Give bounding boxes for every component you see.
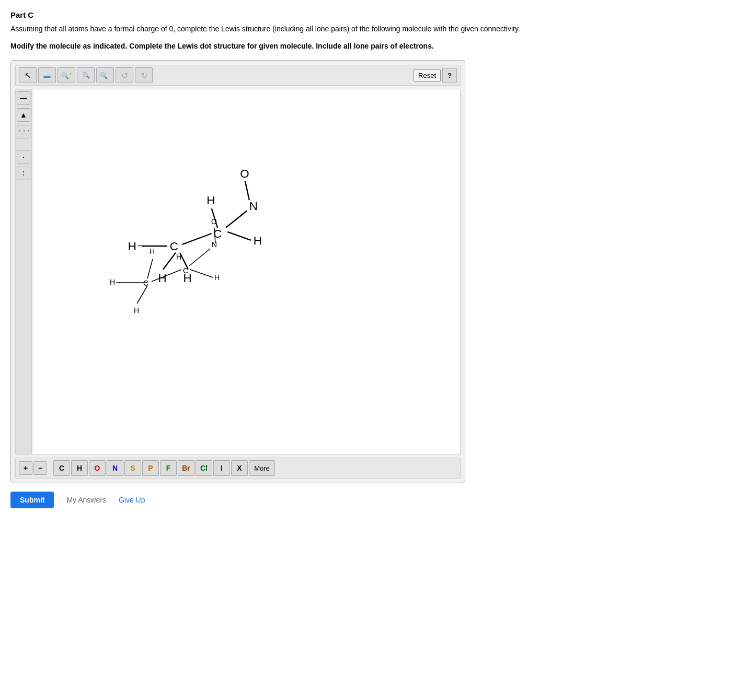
element-Br-btn[interactable]: Br	[178, 460, 194, 476]
element-S-btn[interactable]: S	[124, 460, 141, 476]
editor-container: ↖ ▬ 🔍+ 🔍 🔍− ↺ ↻ Reset ? —	[10, 60, 465, 483]
svg-text:N: N	[249, 200, 258, 213]
part-label: Part C	[10, 10, 725, 19]
lone-pair-double-tool[interactable]: ∶	[17, 167, 30, 180]
left-sidebar: — ▲ ⋮⋮⋮ · ∶	[15, 89, 32, 454]
submit-button[interactable]: Submit	[10, 492, 54, 508]
lone-pair-double-icon: ∶	[22, 169, 25, 178]
zoom-in-btn[interactable]: 🔍+	[58, 67, 75, 83]
zoom-out-icon: 🔍−	[100, 72, 110, 79]
zoom-fit-btn[interactable]: 🔍	[77, 67, 95, 83]
element-H-btn[interactable]: H	[71, 460, 88, 476]
element-Cl-btn[interactable]: Cl	[196, 460, 212, 476]
element-I-btn[interactable]: I	[213, 460, 230, 476]
drawing-canvas[interactable]: H – C H C H H	[32, 89, 461, 454]
svg-text:O: O	[240, 167, 249, 180]
undo-icon: ↺	[121, 71, 128, 80]
undo-btn[interactable]: ↺	[116, 67, 133, 83]
more-btn[interactable]: More	[249, 460, 275, 476]
eraser-icon: ▬	[44, 72, 51, 79]
svg-line-31	[226, 211, 247, 228]
svg-line-29	[227, 232, 251, 240]
cursor-icon: ↖	[25, 71, 31, 80]
svg-text:C: C	[213, 227, 222, 240]
element-C-btn[interactable]: C	[53, 460, 70, 476]
single-bond-tool[interactable]: —	[17, 91, 30, 105]
svg-text:H: H	[183, 272, 191, 285]
zoom-fit-icon: 🔍	[82, 72, 90, 79]
wedge-bond-icon: ▲	[20, 111, 27, 119]
description: Assuming that all atoms have a formal ch…	[10, 24, 725, 34]
svg-line-33	[245, 181, 249, 200]
single-bond-icon: —	[20, 94, 27, 102]
element-X-btn[interactable]: X	[231, 460, 248, 476]
dashed-bond-icon: ⋮⋮⋮	[17, 129, 31, 135]
give-up-link[interactable]: Give Up	[119, 496, 145, 504]
element-F-btn[interactable]: F	[160, 460, 177, 476]
redo-btn[interactable]: ↻	[135, 67, 153, 83]
my-answers-label: My Answers	[66, 496, 106, 504]
bold-instruction: Modify the molecule as indicated. Comple…	[10, 41, 725, 52]
editor-main: — ▲ ⋮⋮⋮ · ∶	[15, 89, 461, 454]
element-N-btn[interactable]: N	[107, 460, 123, 476]
lone-pair-single-tool[interactable]: ·	[17, 150, 30, 164]
svg-line-20	[163, 253, 176, 270]
reset-button[interactable]: Reset	[414, 69, 441, 81]
svg-line-27	[212, 208, 217, 228]
zoom-out-btn[interactable]: 🔍−	[96, 67, 114, 83]
svg-text:H: H	[254, 234, 262, 247]
svg-text:C: C	[170, 240, 178, 253]
dashed-bond-tool[interactable]: ⋮⋮⋮	[17, 125, 30, 138]
wedge-bond-tool[interactable]: ▲	[17, 108, 30, 122]
eraser-tool-btn[interactable]: ▬	[38, 67, 56, 83]
submit-area: Submit My Answers Give Up	[10, 492, 725, 508]
lone-pair-single-icon: ·	[22, 151, 25, 162]
top-toolbar: ↖ ▬ 🔍+ 🔍 🔍− ↺ ↻ Reset ?	[15, 65, 461, 86]
element-P-btn[interactable]: P	[142, 460, 159, 476]
select-tool-btn[interactable]: ↖	[19, 67, 37, 83]
zoom-plus-btn[interactable]: +	[19, 461, 32, 475]
bottom-toolbar: + − C H O N S P F Br Cl I X More	[15, 458, 461, 479]
svg-line-19	[182, 234, 212, 244]
element-O-btn[interactable]: O	[89, 460, 106, 476]
svg-line-22	[180, 253, 188, 270]
help-button[interactable]: ?	[442, 68, 457, 83]
svg-text:H: H	[158, 272, 166, 285]
svg-text:H: H	[128, 240, 136, 253]
svg-text:H: H	[206, 194, 215, 207]
zoom-in-icon: 🔍+	[61, 72, 72, 79]
zoom-minus-btn[interactable]: −	[33, 461, 47, 475]
svg-text:–: –	[138, 239, 144, 251]
redo-icon: ↻	[141, 71, 147, 80]
